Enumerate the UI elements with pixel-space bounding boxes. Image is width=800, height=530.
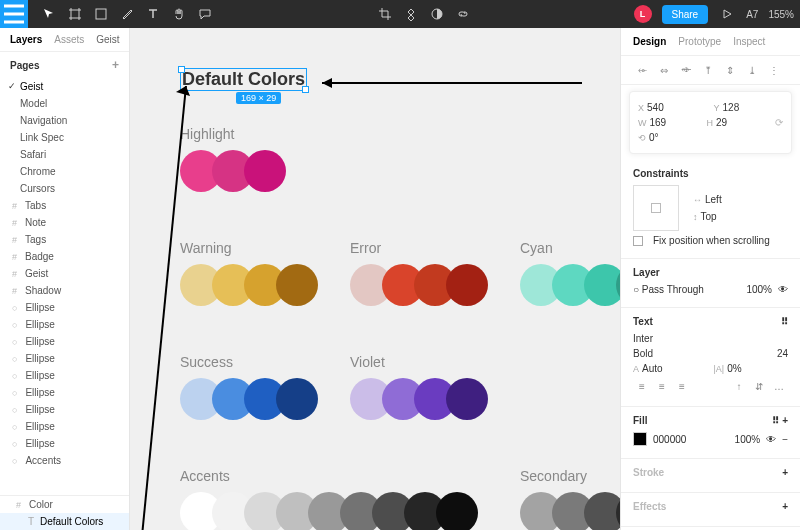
- layer-ellipse[interactable]: Ellipse: [0, 316, 129, 333]
- align-right-icon[interactable]: ⬲: [677, 62, 695, 78]
- layer-ellipse[interactable]: Ellipse: [0, 350, 129, 367]
- layer-frame-color[interactable]: Color: [0, 496, 129, 513]
- frame-tool-icon[interactable]: [66, 5, 84, 23]
- layer-text-selected[interactable]: TDefault Colors: [0, 513, 129, 530]
- canvas[interactable]: Default Colors 169 × 29 Highlight Warnin…: [130, 28, 620, 530]
- user-avatar[interactable]: L: [634, 5, 652, 23]
- color-swatch[interactable]: [584, 492, 620, 530]
- page-item[interactable]: Model: [0, 95, 129, 112]
- color-swatch[interactable]: [584, 264, 620, 306]
- layer-ellipse[interactable]: Ellipse: [0, 418, 129, 435]
- blend-mode[interactable]: ○ Pass Through: [633, 284, 704, 295]
- tab-layers[interactable]: Layers: [10, 34, 42, 45]
- fix-position-checkbox[interactable]: [633, 236, 643, 246]
- main-menu-button[interactable]: [0, 0, 28, 28]
- fill-opacity[interactable]: 100%: [735, 434, 761, 445]
- align-bottom-icon[interactable]: ⤓: [743, 62, 761, 78]
- tab-design[interactable]: Design: [633, 36, 666, 47]
- component-icon[interactable]: [402, 5, 420, 23]
- visibility-icon[interactable]: 👁: [778, 284, 788, 295]
- layer-ellipse[interactable]: Accents: [0, 452, 129, 469]
- layer-frame[interactable]: Note: [0, 214, 129, 231]
- line-height[interactable]: Auto: [642, 363, 663, 374]
- letter-spacing[interactable]: 0%: [727, 363, 741, 374]
- page-item[interactable]: Cursors: [0, 180, 129, 197]
- mask-icon[interactable]: [428, 5, 446, 23]
- text-align-top-icon[interactable]: ↑: [730, 378, 748, 394]
- add-fill-button[interactable]: +: [782, 415, 788, 426]
- font-weight[interactable]: Bold: [633, 348, 653, 359]
- add-page-button[interactable]: +: [112, 58, 119, 72]
- color-swatch[interactable]: [436, 492, 478, 530]
- align-vcenter-icon[interactable]: ⇕: [721, 62, 739, 78]
- crop-icon[interactable]: [376, 5, 394, 23]
- layer-frame[interactable]: Tags: [0, 231, 129, 248]
- pen-tool-icon[interactable]: [118, 5, 136, 23]
- layer-frame[interactable]: Badge: [0, 248, 129, 265]
- page-item[interactable]: Geist: [0, 78, 129, 95]
- layer-ellipse[interactable]: Ellipse: [0, 367, 129, 384]
- add-effect-button[interactable]: +: [782, 501, 788, 512]
- fill-hex[interactable]: 000000: [653, 434, 686, 445]
- color-swatch[interactable]: [276, 378, 318, 420]
- layer-ellipse[interactable]: Ellipse: [0, 401, 129, 418]
- text-align-left-icon[interactable]: ≡: [633, 378, 651, 394]
- hand-tool-icon[interactable]: [170, 5, 188, 23]
- distribute-icon[interactable]: ⋮: [765, 62, 783, 78]
- color-swatch[interactable]: [446, 378, 488, 420]
- zoom-preset[interactable]: A7: [746, 9, 758, 20]
- page-item[interactable]: Link Spec: [0, 129, 129, 146]
- present-icon[interactable]: [718, 5, 736, 23]
- color-swatch[interactable]: [276, 264, 318, 306]
- pos-x[interactable]: 540: [647, 102, 664, 113]
- pos-rotation[interactable]: 0°: [649, 132, 659, 143]
- align-top-icon[interactable]: ⤒: [699, 62, 717, 78]
- page-item[interactable]: Navigation: [0, 112, 129, 129]
- text-align-center-icon[interactable]: ≡: [653, 378, 671, 394]
- text-style-icon[interactable]: ⠿: [781, 316, 788, 327]
- tab-inspect[interactable]: Inspect: [733, 36, 765, 47]
- layer-frame[interactable]: Geist: [0, 265, 129, 282]
- pos-w[interactable]: 169: [650, 117, 667, 128]
- fill-style-icon[interactable]: ⠿: [772, 415, 779, 426]
- remove-fill-icon[interactable]: −: [782, 434, 788, 445]
- link-icon[interactable]: [454, 5, 472, 23]
- align-hcenter-icon[interactable]: ⇔: [655, 62, 673, 78]
- move-tool-icon[interactable]: [40, 5, 58, 23]
- constraint-v[interactable]: Top: [701, 211, 717, 222]
- link-wh-icon[interactable]: ⟳: [775, 117, 783, 128]
- page-item[interactable]: Chrome: [0, 163, 129, 180]
- comment-tool-icon[interactable]: [196, 5, 214, 23]
- file-menu[interactable]: Geist: [96, 34, 119, 45]
- layer-opacity[interactable]: 100%: [746, 284, 772, 295]
- text-more-icon[interactable]: …: [770, 378, 788, 394]
- pos-h[interactable]: 29: [716, 117, 727, 128]
- page-item[interactable]: Safari: [0, 146, 129, 163]
- font-family[interactable]: Inter: [633, 333, 653, 344]
- selected-text-node[interactable]: Default Colors: [180, 68, 307, 91]
- text-tool-icon[interactable]: [144, 5, 162, 23]
- layer-frame[interactable]: Shadow: [0, 282, 129, 299]
- fill-color-swatch[interactable]: [633, 432, 647, 446]
- color-swatch[interactable]: [446, 264, 488, 306]
- tab-assets[interactable]: Assets: [54, 34, 84, 45]
- layer-ellipse[interactable]: Ellipse: [0, 384, 129, 401]
- text-align-right-icon[interactable]: ≡: [673, 378, 691, 394]
- layer-frame[interactable]: Tabs: [0, 197, 129, 214]
- tab-prototype[interactable]: Prototype: [678, 36, 721, 47]
- color-swatch[interactable]: [244, 150, 286, 192]
- layer-ellipse[interactable]: Ellipse: [0, 435, 129, 452]
- text-align-middle-icon[interactable]: ⇵: [750, 378, 768, 394]
- zoom-level[interactable]: 155%: [768, 9, 794, 20]
- pos-y[interactable]: 128: [723, 102, 740, 113]
- shape-tool-icon[interactable]: [92, 5, 110, 23]
- align-left-icon[interactable]: ⬰: [633, 62, 651, 78]
- layer-ellipse[interactable]: Ellipse: [0, 299, 129, 316]
- add-stroke-button[interactable]: +: [782, 467, 788, 478]
- layer-ellipse[interactable]: Ellipse: [0, 333, 129, 350]
- visibility-icon[interactable]: 👁: [766, 434, 776, 445]
- constraint-h[interactable]: Left: [705, 194, 722, 205]
- share-button[interactable]: Share: [662, 5, 709, 24]
- constraints-widget[interactable]: [633, 185, 679, 231]
- font-size[interactable]: 24: [777, 348, 788, 359]
